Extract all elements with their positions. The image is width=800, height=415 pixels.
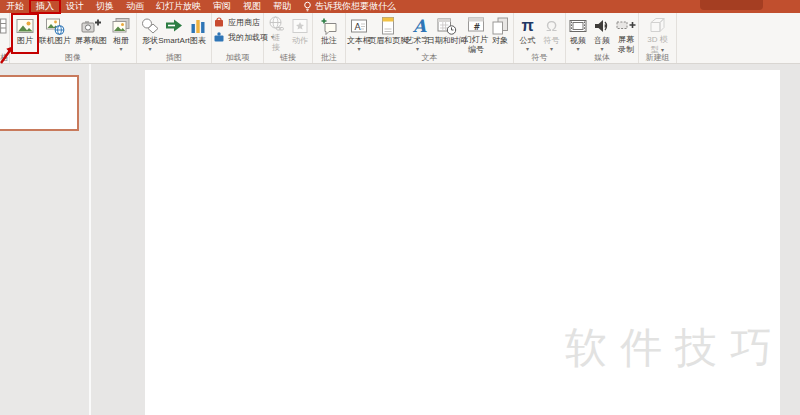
tab-animations[interactable]: 动画: [120, 0, 150, 13]
ribbon-group-text: A 文本框 ▾ 页眉和页脚 A 艺术字 ▾: [346, 13, 514, 63]
ribbon-group-links: 链 接 动作 链接: [264, 13, 313, 63]
text-box-button[interactable]: A 文本框 ▾: [347, 15, 371, 52]
lightbulb-icon: [303, 1, 312, 12]
equation-button[interactable]: π 公式 ▾: [516, 15, 540, 52]
button-label: 页眉和页脚: [368, 36, 408, 46]
ribbon-tab-bar: 开始 插入 设计 切换 动画 幻灯片放映 审阅 视图 帮助 告诉我你想要做什么: [0, 0, 800, 13]
ribbon-insert: 格 图片 联机图片 屏幕截图 ▾: [0, 13, 800, 64]
button-label: 应用商店: [228, 17, 260, 28]
audio-button[interactable]: 音频 ▾: [590, 15, 614, 52]
button-label: 图表: [190, 36, 206, 46]
omega-symbol-icon: Ω: [546, 15, 557, 36]
button-label: 公式: [520, 36, 536, 46]
audio-speaker-icon: [592, 15, 612, 36]
ribbon-group-comments: 批注 批注: [313, 13, 346, 63]
ribbon-group-images: 图片 联机图片 屏幕截图 ▾ 相册 ▾: [10, 13, 137, 63]
button-label: 批注: [321, 36, 337, 46]
tab-review[interactable]: 审阅: [207, 0, 237, 13]
link-button[interactable]: 链 接: [264, 15, 288, 52]
store-button[interactable]: 应用商店: [213, 16, 262, 28]
header-footer-icon: [378, 15, 398, 36]
button-label: 联机图片: [39, 36, 71, 46]
share-button[interactable]: [700, 0, 763, 10]
button-label: 屏幕截图: [75, 36, 107, 46]
header-footer-button[interactable]: 页眉和页脚: [371, 15, 406, 52]
group-label-images: 图像: [10, 52, 136, 63]
store-icon: [213, 16, 225, 28]
powerpoint-window: 开始 插入 设计 切换 动画 幻灯片放映 审阅 视图 帮助 告诉我你想要做什么 …: [0, 0, 800, 415]
tab-help[interactable]: 帮助: [267, 0, 297, 13]
ribbon-group-media: 视频 ▾ 音频 ▾ 屏幕 录制 媒体: [566, 13, 639, 63]
ribbon-group-newgroup: 3D 模 型 ▾ 新建组: [639, 13, 677, 63]
button-label-line: 屏幕: [618, 35, 634, 45]
wordart-icon: A: [408, 15, 428, 36]
action-button[interactable]: 动作: [288, 15, 312, 52]
video-button[interactable]: 视频 ▾: [566, 15, 590, 52]
wordart-button[interactable]: A 艺术字 ▾: [406, 15, 430, 52]
ribbon-group-symbols: π 公式 ▾ Ω 符号 ▾ 符号: [514, 13, 566, 63]
ribbon-group-addins: 应用商店 我的加载项 ▾ 加载项: [212, 13, 264, 63]
screen-recording-button[interactable]: 屏幕 录制: [614, 15, 638, 52]
group-label-symbols: 符号: [514, 52, 565, 63]
watermark-text: 软件技巧: [565, 320, 785, 376]
tab-home[interactable]: 开始: [0, 0, 30, 13]
group-label-illustrations: 插图: [137, 52, 211, 63]
my-addins-icon: [213, 31, 225, 43]
equation-pi-icon: π: [521, 15, 533, 36]
text-box-icon: A: [349, 15, 369, 36]
object-icon: [490, 15, 510, 36]
online-pictures-icon: [45, 15, 65, 36]
panel-divider[interactable]: [89, 64, 91, 415]
button-label: 动作: [292, 36, 308, 46]
button-label: 符号: [544, 36, 560, 46]
slide-thumbnail[interactable]: [0, 75, 79, 131]
group-label-addins: 加载项: [212, 52, 263, 63]
slide-thumbnail-panel[interactable]: [0, 64, 89, 415]
tab-slideshow[interactable]: 幻灯片放映: [150, 0, 207, 13]
photo-album-icon: [111, 15, 131, 36]
tab-transitions[interactable]: 切换: [90, 0, 120, 13]
chart-icon: [188, 15, 208, 36]
picture-icon: [15, 15, 35, 36]
chart-button[interactable]: 图表: [186, 15, 210, 52]
online-pictures-button[interactable]: 联机图片: [37, 15, 73, 52]
video-icon: [568, 15, 588, 36]
group-label-newgroup: 新建组: [639, 52, 676, 63]
3d-model-cube-icon: [647, 15, 667, 35]
slide-number-button[interactable]: # 幻灯片 编号: [464, 15, 488, 52]
group-label-text: 文本: [346, 52, 513, 63]
svg-text:A: A: [412, 16, 427, 36]
my-addins-button[interactable]: 我的加载项 ▾: [213, 31, 262, 43]
button-label: 相册: [113, 36, 129, 46]
button-label-line: 链: [272, 33, 280, 43]
tell-me-label: 告诉我你想要做什么: [315, 0, 396, 13]
workspace: 软件技巧: [0, 64, 800, 415]
tab-view[interactable]: 视图: [237, 0, 267, 13]
svg-text:A: A: [355, 21, 362, 31]
3d-model-button[interactable]: 3D 模 型 ▾: [645, 15, 669, 52]
shapes-icon: [140, 15, 160, 36]
screenshot-icon: [80, 15, 102, 36]
slide-canvas[interactable]: 软件技巧: [145, 70, 780, 415]
date-time-icon: [436, 15, 457, 36]
shapes-button[interactable]: 形状 ▾: [138, 15, 162, 52]
ribbon-group-illustrations: 形状 ▾ SmartArt 图表 插图: [137, 13, 212, 63]
tab-design[interactable]: 设计: [60, 0, 90, 13]
group-label-links: 链接: [264, 52, 312, 63]
button-label: 对象: [492, 36, 508, 46]
button-label: 视频: [570, 36, 586, 46]
tab-insert[interactable]: 插入: [30, 0, 60, 13]
button-label: 我的加载项: [228, 32, 268, 43]
new-comment-button[interactable]: 批注: [317, 15, 341, 52]
annotation-arrow: [0, 40, 20, 64]
symbol-button[interactable]: Ω 符号 ▾: [540, 15, 564, 52]
smartart-button[interactable]: SmartArt: [162, 15, 186, 52]
date-time-button[interactable]: 日期和时间: [430, 15, 465, 52]
button-label: 音频: [594, 36, 610, 46]
table-icon: [0, 15, 7, 36]
photo-album-button[interactable]: 相册 ▾: [109, 15, 133, 52]
button-label: 形状: [142, 36, 158, 46]
tell-me-box[interactable]: 告诉我你想要做什么: [297, 0, 402, 13]
object-button[interactable]: 对象: [488, 15, 512, 52]
screenshot-button[interactable]: 屏幕截图 ▾: [73, 15, 109, 52]
